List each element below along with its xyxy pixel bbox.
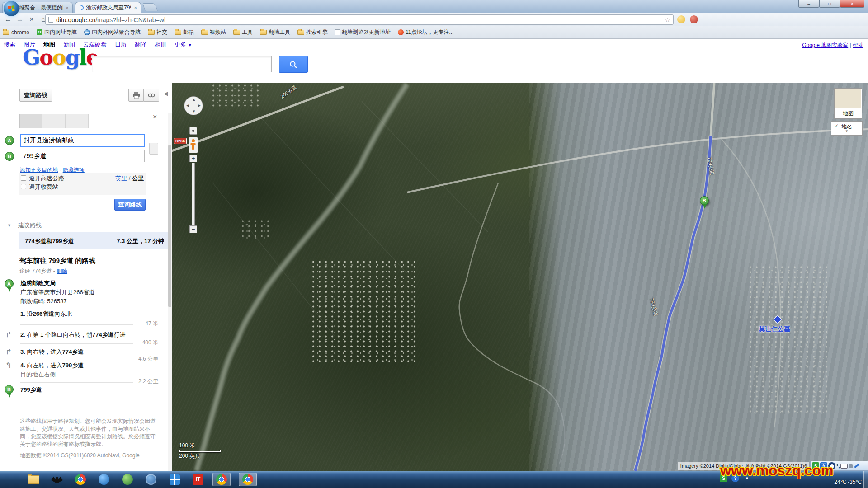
waypoint-a-input[interactable] [20, 134, 145, 147]
bookmark-11-forum[interactable]: 11点论坛，更专注... [398, 28, 453, 36]
cemetery-label[interactable]: 莫让仁公墓 [759, 325, 790, 333]
nav-translate[interactable]: 翻译 [135, 41, 146, 49]
taskbar-explorer-icon[interactable] [24, 473, 42, 486]
start-button[interactable] [4, 1, 19, 16]
bookmark-label: 搜索引擎 [306, 28, 328, 36]
screen: 三维聚合，最便捷的国内... × 渔涝邮政支局至799乡道 × – □ × ← … [0, 0, 868, 488]
step-number: 1. [20, 310, 25, 317]
reset-view-button[interactable] [189, 127, 197, 135]
taskbar-ie-window-icon[interactable] [165, 473, 184, 486]
miles-link[interactable]: 英里 [115, 175, 127, 182]
bookmark-star-icon[interactable]: ☆ [665, 16, 670, 23]
get-directions-button[interactable]: 查询路线 [19, 89, 52, 102]
panel-scrollbar[interactable] [168, 113, 172, 471]
tray-show-hidden-icon[interactable]: ▲ [745, 475, 749, 480]
waypoint-b-input[interactable] [20, 150, 145, 162]
zoom-in-button[interactable]: + [189, 155, 197, 162]
maps-labs-link[interactable]: Google 地图实验室 [802, 42, 848, 48]
taskbar-chrome-window-icon[interactable] [212, 473, 231, 486]
mode-driving-tab[interactable] [19, 114, 42, 128]
add-destination-link[interactable]: 添加更多目的地 [20, 167, 58, 173]
start-marker-a[interactable]: A [5, 279, 14, 288]
tab-2-close-icon[interactable]: × [133, 5, 138, 10]
address-bar[interactable]: ditu.google.cn/maps?hl=zh-CN&tab=wl ☆ [45, 14, 674, 25]
bookmark-browser-update[interactable]: 翻墙浏览器更新地址 [335, 28, 391, 36]
map-canvas[interactable]: ▲ ▼ ◀ ▶ + − S266 266省道 799乡道 799乡道 B 莫让仁… [172, 83, 868, 471]
pan-up-icon[interactable]: ▲ [192, 98, 196, 102]
end-marker-b[interactable]: B [5, 385, 14, 394]
zoom-out-button[interactable]: − [189, 225, 197, 233]
swap-waypoints-button[interactable] [149, 143, 158, 155]
pan-left-icon[interactable]: ◀ [186, 104, 189, 108]
search-icon [289, 61, 297, 69]
tab-2-active[interactable]: 渔涝邮政支局至799乡道 × [75, 2, 141, 13]
panel-scrollbar-thumb[interactable] [168, 145, 171, 307]
window-close-button[interactable]: × [840, 0, 864, 8]
nav-calendar[interactable]: 日历 [115, 41, 127, 49]
route-option-row[interactable]: 774乡道和799乡道 7.3 公里，17 分钟 [19, 232, 169, 249]
zoom-slider-track[interactable] [192, 163, 195, 225]
bookmark-chrome[interactable]: chrome [3, 29, 29, 36]
extension-icon-1[interactable] [677, 15, 685, 23]
avoid-highways-checkbox[interactable] [21, 175, 26, 181]
bookmark-nav-site[interactable]: 23国内网址导航 [37, 28, 77, 36]
bookmark-social[interactable]: 社交 [148, 28, 167, 36]
mode-transit-tab[interactable] [42, 114, 66, 128]
bookmark-search-engines[interactable]: 搜索引擎 [297, 28, 328, 36]
suggested-routes-arrow-icon[interactable]: ▼ [7, 223, 11, 228]
pegman-control[interactable] [189, 137, 198, 153]
nav-more[interactable]: 更多 ▼ [175, 41, 192, 49]
nav-separator: | [850, 42, 851, 48]
taskbar-globe-browser-icon[interactable] [142, 473, 160, 486]
person-icon[interactable] [849, 464, 853, 468]
panel-action-buttons [128, 89, 159, 102]
bookmark-video[interactable]: 视频站 [201, 28, 226, 36]
punctuation-icon[interactable]: °, [836, 463, 840, 469]
layers-control[interactable]: ✓ 地名 ▼ [831, 121, 863, 136]
bookmark-mail[interactable]: 邮箱 [175, 28, 194, 36]
window-maximize-button[interactable]: □ [819, 0, 840, 8]
bookmark-agg-site[interactable]: 国内外网站聚合导航 [84, 28, 141, 36]
map-marker-b[interactable]: B [700, 196, 709, 205]
maps-search-input[interactable] [92, 56, 272, 72]
help-link[interactable]: 帮助 [853, 42, 863, 48]
turn-right-icon: ↱ [5, 347, 12, 357]
pan-down-icon[interactable]: ▼ [192, 110, 196, 113]
pan-right-icon[interactable]: ▶ [198, 104, 201, 108]
extension-icon-2[interactable] [690, 15, 698, 23]
window-minimize-button[interactable]: – [798, 0, 819, 8]
tab-1-close-icon[interactable]: × [65, 5, 70, 10]
via-text: 途经 774乡道 - [19, 268, 55, 274]
taskbar-bat-app-icon[interactable] [48, 473, 66, 486]
taskbar-it-app-icon[interactable]: IT [189, 473, 207, 486]
wrench-icon[interactable] [854, 464, 860, 469]
url-text: ditu.google.cn/maps?hl=zh-CN&tab=wl [56, 16, 662, 23]
stop-button[interactable]: × [26, 14, 37, 25]
bookmark-tools[interactable]: 工具 [233, 28, 253, 36]
mode-walking-tab[interactable] [66, 114, 89, 128]
hide-options-link[interactable]: 隐藏选项 [63, 167, 85, 173]
taskbar-chrome-icon[interactable] [71, 473, 90, 486]
forward-button[interactable]: → [14, 14, 25, 25]
submit-directions-button[interactable]: 查询路线 [114, 199, 146, 211]
taskbar-chrome-active-window-icon[interactable] [239, 473, 257, 486]
bookmark-proxy-tools[interactable]: 翻墙工具 [260, 28, 290, 36]
new-tab-button[interactable] [142, 3, 158, 11]
pan-control[interactable]: ▲ ▼ ◀ ▶ [184, 96, 203, 115]
step-pre: 向左转，进入 [27, 362, 62, 369]
collapse-panel-icon[interactable]: ◀ [164, 90, 168, 97]
keyboard-icon[interactable] [840, 464, 848, 469]
taskbar-blue-browser-icon[interactable] [95, 473, 113, 486]
print-button[interactable] [128, 89, 144, 102]
nav-search[interactable]: 搜索 [4, 41, 15, 49]
share-link-button[interactable] [144, 89, 159, 102]
avoid-tolls-checkbox[interactable] [21, 184, 26, 189]
layers-dropdown-icon[interactable]: ▼ [845, 129, 849, 133]
taskbar-green-browser-icon[interactable] [118, 473, 137, 486]
show-desktop-button[interactable] [863, 471, 868, 488]
delete-via-link[interactable]: 删除 [57, 268, 67, 274]
nav-photos[interactable]: 相册 [155, 41, 166, 49]
maps-search-button[interactable] [279, 56, 308, 73]
maptype-control[interactable]: 地图 [834, 88, 862, 119]
close-directions-icon[interactable]: × [153, 113, 157, 121]
